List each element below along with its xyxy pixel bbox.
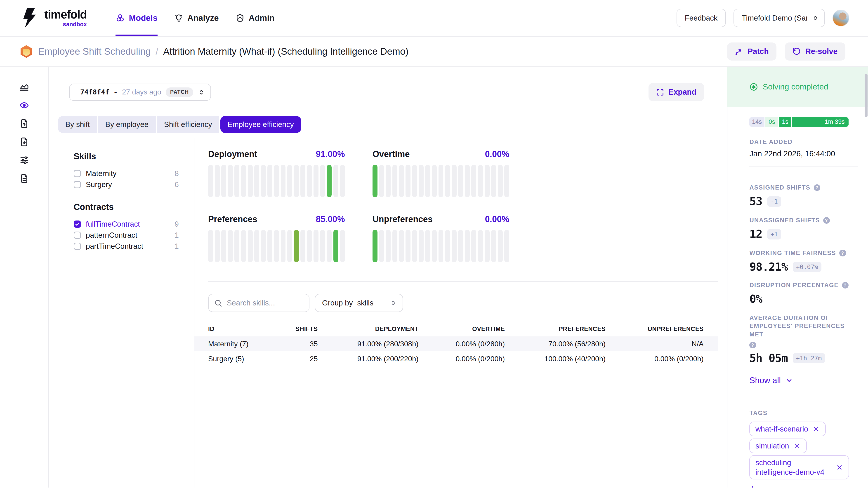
metric-bar	[333, 230, 338, 262]
info-icon[interactable]: ?	[823, 217, 830, 224]
breadcrumb-model-link[interactable]: Employee Shift Scheduling	[38, 46, 151, 57]
expand-button[interactable]: Expand	[649, 83, 704, 101]
metric-bar	[235, 230, 239, 262]
metric-bar	[478, 165, 483, 197]
detail-label: WORKING TIME FAIRNESS?	[749, 249, 858, 257]
tag-simulation: simulation	[749, 438, 807, 453]
tab-shift-efficiency[interactable]: Shift efficiency	[157, 116, 219, 133]
metric-bar	[268, 230, 272, 262]
chevron-updown-icon	[812, 14, 819, 22]
info-icon[interactable]: ?	[842, 282, 848, 289]
tag-what-if-scenario: what-if-scenario	[749, 422, 826, 436]
metric-bar	[485, 165, 490, 197]
rail-item-eye-icon[interactable]	[15, 101, 33, 110]
search-input[interactable]	[227, 299, 304, 307]
workspace-select-value: Timefold Demo (San	[742, 14, 807, 22]
info-icon[interactable]: ?	[839, 250, 846, 256]
metric-bar	[405, 165, 410, 197]
divider	[208, 281, 718, 282]
nav-item-admin[interactable]: Admin	[235, 0, 274, 36]
close-icon[interactable]	[836, 464, 843, 471]
checkbox[interactable]	[74, 242, 81, 250]
metric-bar	[504, 230, 509, 262]
table-cell: 25	[269, 355, 318, 363]
table-cell: 0.00% (0/280h)	[418, 340, 505, 348]
table-cell: 0.00% (0/200h)	[606, 355, 719, 363]
metric-bar	[261, 230, 266, 262]
checkbox[interactable]	[74, 181, 81, 188]
table-row[interactable]: Surgery (5)2591.00% (200/220h)0.00% (0/2…	[194, 351, 718, 366]
metric-label: Unpreferences	[373, 215, 433, 224]
filter-row-surgery[interactable]: Surgery 6	[74, 179, 179, 190]
feedback-button[interactable]: Feedback	[677, 9, 726, 27]
metric-bar	[307, 230, 312, 262]
add-tag-button[interactable]: +	[749, 484, 858, 488]
rail-item-file-up-icon[interactable]	[15, 119, 33, 128]
metric-bar	[333, 165, 338, 197]
metric-bar	[274, 230, 279, 262]
detail-disruption-percentage: DISRUPTION PERCENTAGE? 0%	[749, 281, 858, 305]
group-by-select[interactable]: Group by skills	[315, 294, 403, 312]
divider	[749, 166, 858, 166]
info-icon[interactable]: ?	[749, 342, 756, 348]
tab-by-shift[interactable]: By shift	[58, 116, 97, 133]
rail-item-area-chart-icon[interactable]	[15, 83, 33, 92]
detail-label: DISRUPTION PERCENTAGE?	[749, 281, 858, 289]
filter-label: Surgery	[86, 180, 112, 189]
filter-row-maternity[interactable]: Maternity 8	[74, 168, 179, 179]
checkbox[interactable]	[74, 221, 81, 228]
metric-bar	[248, 165, 253, 197]
filter-row-patterncontract[interactable]: patternContract 1	[74, 230, 179, 240]
breadcrumb: Employee Shift Scheduling / Attrition Ma…	[0, 37, 868, 67]
info-icon[interactable]: ?	[814, 184, 820, 191]
version-select[interactable]: 74f8f4f - 27 days ago PATCH	[69, 84, 211, 101]
filter-count: 6	[175, 180, 179, 189]
metric-bar	[327, 230, 332, 262]
rail-item-sliders-icon[interactable]	[15, 156, 33, 165]
metric-bar	[221, 230, 226, 262]
lightbulb-icon	[174, 13, 184, 23]
filter-row-parttimecontract[interactable]: partTimeContract 1	[74, 240, 179, 252]
metric-bar	[491, 165, 496, 197]
rail-item-file-down-icon[interactable]	[15, 137, 33, 147]
solve-status-label: Solving completed	[763, 82, 828, 92]
detail-date-added: DATE ADDED Jan 22nd 2026, 16:44:00	[749, 138, 858, 166]
resolve-button[interactable]: Re-solve	[785, 42, 845, 61]
detail-value: 0%	[749, 293, 762, 305]
metric-bar	[373, 165, 377, 197]
table-cell: N/A	[606, 340, 719, 348]
logo-wordmark: timefold	[44, 9, 87, 20]
metric-bar	[432, 230, 437, 262]
filter-row-fulltimecontract[interactable]: fullTimeContract 9	[74, 219, 179, 230]
detail-assigned-shifts: ASSIGNED SHIFTS? 53 -1	[749, 184, 858, 208]
tab-by-employee[interactable]: By employee	[98, 116, 156, 133]
metric-value: 0.00%	[485, 215, 509, 224]
tab-employee-efficiency[interactable]: Employee efficiency	[220, 116, 301, 133]
nav-item-analyze[interactable]: Analyze	[174, 0, 219, 36]
column-header-id: ID	[194, 326, 269, 332]
nav-item-models[interactable]: Models	[116, 0, 157, 36]
filter-group-title: Skills	[74, 152, 194, 161]
scrollbar-thumb[interactable]	[865, 74, 867, 117]
checkbox[interactable]	[74, 170, 81, 177]
workspace-select[interactable]: Timefold Demo (San	[734, 9, 825, 27]
table-cell: 91.00% (280/308h)	[318, 340, 418, 348]
rail-item-file-text-icon[interactable]	[15, 174, 33, 183]
divider	[749, 395, 858, 395]
metric-bar	[399, 165, 404, 197]
version-badge: PATCH	[166, 88, 193, 97]
chevron-updown-icon	[198, 89, 205, 96]
metric-bar	[385, 230, 391, 262]
avatar[interactable]	[833, 10, 849, 26]
patch-button[interactable]: Patch	[727, 42, 776, 61]
tag-label: what-if-scenario	[755, 424, 808, 433]
checkbox[interactable]	[74, 232, 81, 239]
show-all-link[interactable]: Show all	[749, 376, 858, 385]
table-cell: Surgery (5)	[194, 355, 269, 363]
metric-bar	[445, 230, 450, 262]
close-icon[interactable]	[813, 425, 820, 433]
close-icon[interactable]	[794, 442, 801, 449]
table-row[interactable]: Maternity (7)3591.00% (280/308h)0.00% (0…	[194, 336, 718, 351]
search-box	[208, 294, 309, 312]
view-tabs: By shiftBy employeeShift efficiencyEmplo…	[58, 116, 727, 133]
